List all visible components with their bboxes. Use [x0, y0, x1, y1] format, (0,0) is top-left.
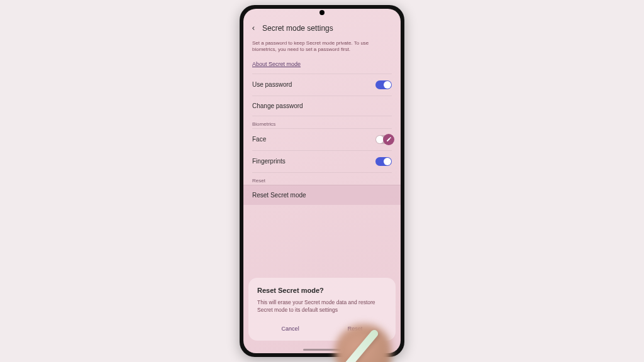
phone-frame: Secret mode settings Set a password to k…: [240, 5, 404, 357]
biometrics-section-label: Biometrics: [252, 116, 392, 128]
fingerprints-label: Fingerprints: [252, 158, 286, 165]
dialog-title: Reset Secret mode?: [257, 287, 387, 294]
use-password-row[interactable]: Use password: [252, 74, 392, 96]
use-password-toggle[interactable]: [375, 80, 392, 89]
screen: Secret mode settings Set a password to k…: [243, 9, 401, 353]
page-header: Secret mode settings: [243, 20, 401, 36]
fingerprints-toggle[interactable]: [375, 157, 392, 166]
fingerprints-row[interactable]: Fingerprints: [252, 150, 392, 172]
back-icon[interactable]: [250, 25, 257, 32]
toggle-thumb: [384, 81, 391, 89]
camera-hole: [319, 10, 325, 15]
use-password-label: Use password: [252, 81, 292, 88]
description-text: Set a password to keep Secret mode priva…: [252, 36, 392, 57]
change-password-label: Change password: [252, 102, 303, 109]
content-area: Set a password to keep Secret mode priva…: [243, 36, 401, 205]
face-label: Face: [252, 136, 266, 143]
reset-secret-label: Reset Secret mode: [252, 192, 306, 199]
about-link[interactable]: About Secret mode: [252, 58, 301, 74]
reset-section-label: Reset: [252, 172, 392, 185]
reset-secret-row[interactable]: Reset Secret mode: [243, 185, 401, 205]
cancel-button[interactable]: Cancel: [275, 323, 306, 334]
page-title: Secret mode settings: [262, 24, 333, 33]
dialog-body: This will erase your Secret mode data an…: [257, 299, 387, 314]
change-password-row[interactable]: Change password: [252, 96, 392, 116]
face-row[interactable]: Face: [252, 128, 392, 150]
toggle-thumb: [384, 158, 391, 165]
edit-icon[interactable]: [383, 134, 394, 145]
